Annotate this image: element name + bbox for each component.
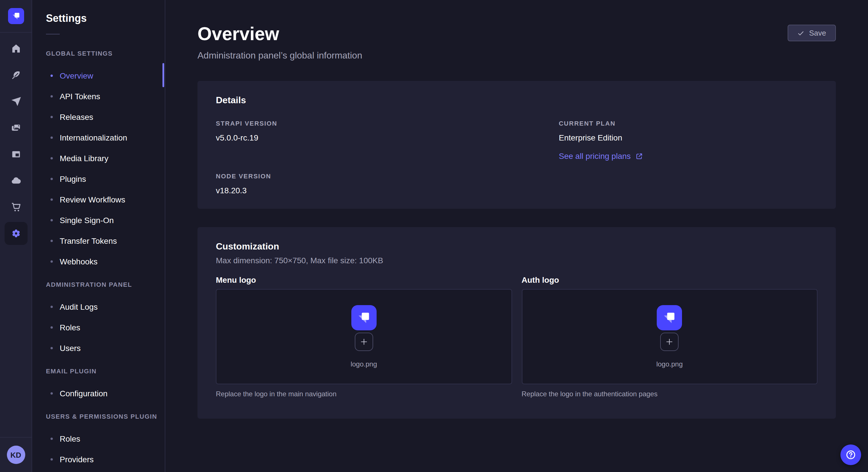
sidebar-item-review-workflows[interactable]: Review Workflows: [32, 189, 165, 210]
sidebar-item-up-roles[interactable]: Roles: [32, 429, 165, 449]
menu-logo-add-button[interactable]: [355, 333, 373, 351]
main-content: Overview Administration panel’s global i…: [165, 0, 868, 472]
pricing-plans-link[interactable]: See all pricing plans: [559, 151, 643, 161]
sidebar-item-label: Roles: [60, 323, 81, 332]
help-button[interactable]: [840, 444, 861, 465]
sidebar-item-releases[interactable]: Releases: [32, 107, 165, 127]
details-grid: STRAPI VERSION v5.0.0-rc.19 CURRENT PLAN…: [216, 120, 817, 196]
current-plan-value: Enterprise Edition: [559, 132, 817, 143]
page-title: Overview: [197, 23, 362, 45]
sidebar-item-label: Overview: [60, 71, 93, 80]
menu-logo-upload-box: logo.png: [216, 289, 512, 384]
sidebar-item-media-library[interactable]: Media Library: [32, 148, 165, 169]
pricing-plans-link-label: See all pricing plans: [559, 151, 631, 161]
page-subtitle: Administration panel’s global informatio…: [197, 50, 362, 61]
cloud-icon: [10, 175, 22, 187]
save-button[interactable]: Save: [788, 25, 836, 41]
sidebar-item-email-configuration[interactable]: Configuration: [32, 383, 165, 404]
node-version-field: NODE VERSION v18.20.3: [216, 173, 559, 196]
section-global-settings: GLOBAL SETTINGS Overview API Tokens Rele…: [32, 50, 165, 272]
sidebar-item-label: Review Workflows: [60, 195, 125, 204]
sidebar-item-label: Configuration: [60, 389, 107, 398]
bullet-icon: [51, 74, 53, 77]
sidebar-item-label: Internationalization: [60, 133, 127, 142]
nav-content-type-builder-button[interactable]: [4, 143, 27, 166]
menu-logo-hint: Replace the logo in the main navigation: [216, 390, 512, 398]
save-button-label: Save: [809, 29, 826, 37]
auth-logo-filename: logo.png: [656, 360, 683, 368]
auth-logo-preview: [657, 305, 682, 330]
sidebar-item-transfer-tokens[interactable]: Transfer Tokens: [32, 231, 165, 251]
details-card-title: Details: [216, 95, 817, 106]
sidebar-item-plugins[interactable]: Plugins: [32, 169, 165, 189]
details-card: Details STRAPI VERSION v5.0.0-rc.19 CURR…: [197, 81, 836, 209]
main-nav-rail: KD: [0, 0, 32, 472]
bullet-icon: [51, 157, 53, 160]
bullet-icon: [51, 306, 53, 308]
sidebar-title-divider: [46, 34, 60, 34]
external-link-icon: [635, 152, 643, 160]
sidebar-item-webhooks[interactable]: Webhooks: [32, 251, 165, 272]
sidebar-item-admin-users[interactable]: Users: [32, 338, 165, 359]
sidebar-item-audit-logs[interactable]: Audit Logs: [32, 297, 165, 317]
paper-plane-icon: [10, 96, 22, 107]
sidebar-item-label: API Tokens: [60, 92, 100, 101]
section-label: ADMINISTRATION PANEL: [46, 281, 165, 289]
user-avatar[interactable]: KD: [7, 446, 25, 464]
bullet-icon: [51, 198, 53, 201]
home-icon: [10, 43, 22, 55]
bullet-icon: [51, 458, 53, 461]
sidebar-item-label: Users: [60, 343, 81, 353]
nav-content-manager-button[interactable]: [4, 64, 27, 87]
nav-media-library-button[interactable]: [4, 116, 27, 139]
rail-divider-bottom: [0, 437, 32, 438]
logo-grid: Menu logo: [216, 275, 817, 405]
sidebar-item-label: Webhooks: [60, 257, 98, 266]
sidebar-item-label: Releases: [60, 112, 93, 122]
strapi-logo-icon: [9, 10, 22, 22]
section-users-permissions-plugin: USERS & PERMISSIONS PLUGIN Roles Provide…: [32, 413, 165, 470]
sidebar-item-label: Media Library: [60, 154, 108, 163]
strapi-version-value: v5.0.0-rc.19: [216, 132, 559, 143]
nav-settings-button[interactable]: [4, 222, 27, 245]
sidebar-item-api-tokens[interactable]: API Tokens: [32, 86, 165, 107]
section-administration-panel: ADMINISTRATION PANEL Audit Logs Roles Us…: [32, 281, 165, 359]
sidebar-item-internationalization[interactable]: Internationalization: [32, 127, 165, 148]
workspace-logo-button[interactable]: [8, 8, 24, 24]
strapi-logo-icon: [354, 308, 374, 328]
bullet-icon: [51, 347, 53, 349]
layout-icon: [10, 148, 22, 160]
customization-card-title: Customization: [216, 241, 817, 252]
auth-logo-upload-box: logo.png: [522, 289, 817, 384]
section-label: GLOBAL SETTINGS: [46, 50, 165, 57]
rail-icon-list: [4, 33, 27, 245]
menu-logo-label: Menu logo: [216, 275, 512, 284]
shopping-cart-icon: [10, 201, 22, 213]
plus-icon: [665, 337, 674, 346]
section-label: USERS & PERMISSIONS PLUGIN: [46, 413, 165, 420]
bullet-icon: [51, 116, 53, 118]
bullet-icon: [51, 136, 53, 139]
menu-logo-filename: logo.png: [350, 360, 377, 368]
customization-card-subtitle: Max dimension: 750×750, Max file size: 1…: [216, 256, 817, 265]
section-email-plugin: EMAIL PLUGIN Configuration: [32, 368, 165, 404]
sidebar-item-overview[interactable]: Overview: [32, 65, 165, 86]
sidebar-item-label: Transfer Tokens: [60, 236, 117, 245]
sidebar-item-label: Providers: [60, 455, 94, 464]
nav-marketplace-button[interactable]: [4, 196, 27, 218]
auth-logo-add-button[interactable]: [660, 333, 679, 351]
sidebar-item-admin-roles[interactable]: Roles: [32, 317, 165, 338]
sidebar-item-label: Audit Logs: [60, 302, 98, 311]
bullet-icon: [51, 260, 53, 263]
node-version-label: NODE VERSION: [216, 173, 559, 180]
rail-bottom: KD: [0, 437, 32, 472]
nav-cloud-button[interactable]: [4, 169, 27, 192]
bullet-icon: [51, 438, 53, 440]
nav-home-button[interactable]: [4, 37, 27, 60]
strapi-version-field: STRAPI VERSION v5.0.0-rc.19: [216, 120, 559, 161]
sidebar-item-single-sign-on[interactable]: Single Sign-On: [32, 210, 165, 231]
subnav-scrollbar-thumb[interactable]: [162, 63, 164, 87]
sidebar-item-up-providers[interactable]: Providers: [32, 449, 165, 470]
nav-releases-button[interactable]: [4, 90, 27, 113]
bullet-icon: [51, 219, 53, 222]
